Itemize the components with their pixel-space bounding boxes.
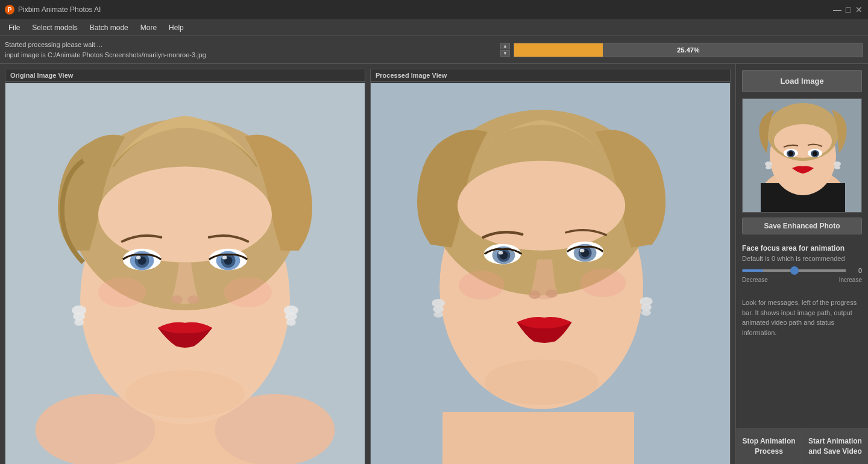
load-image-button[interactable]: Load Image [742, 70, 862, 92]
start-animation-button[interactable]: Start Animation and Save Video [802, 429, 868, 464]
svg-point-68 [765, 161, 772, 166]
original-portrait [5, 82, 365, 464]
face-focus-section: Face focus area for animation Default is… [736, 239, 868, 293]
main-content: Original Image View [0, 64, 868, 464]
bottom-buttons: Stop Animation Process Start Animation a… [736, 428, 868, 464]
thumbnail-container [742, 98, 862, 213]
svg-point-51 [433, 312, 443, 318]
svg-point-7 [98, 167, 272, 263]
svg-point-69 [766, 166, 772, 169]
status-line1: Started processing please wait ... [5, 40, 495, 50]
progress-bar: 25.47% [514, 43, 863, 57]
close-button[interactable]: ✕ [855, 5, 863, 14]
scroll-down-btn[interactable]: ▼ [500, 50, 510, 57]
minimize-button[interactable]: — [833, 5, 841, 14]
svg-point-61 [774, 124, 832, 158]
status-line2: input image is C:/Animate Photos Screens… [5, 50, 495, 60]
processed-panel-header: Processed Image View [371, 69, 730, 82]
svg-point-45 [529, 290, 541, 299]
status-text: Started processing please wait ... input… [5, 40, 495, 60]
right-sidebar: Load Image [735, 64, 868, 464]
svg-point-19 [187, 295, 200, 304]
slider-labels: Decrease Increase [742, 277, 862, 283]
progress-label: 25.47% [677, 46, 699, 54]
face-focus-title: Face focus area for animation [742, 244, 862, 252]
svg-point-47 [459, 271, 504, 299]
thumbnail-image [743, 99, 862, 213]
status-bar: Started processing please wait ... input… [0, 36, 868, 64]
menu-batch-mode[interactable]: Batch mode [84, 21, 134, 34]
menu-bar: File Select models Batch mode More Help [0, 19, 868, 36]
start-btn-line1: Start Animation [808, 437, 862, 445]
title-text: Pixbim Animate Photos AI [18, 5, 101, 14]
processed-panel: Processed Image View [370, 69, 731, 464]
svg-rect-31 [442, 412, 634, 464]
slider-increase-label: Increase [839, 277, 862, 283]
svg-point-27 [286, 319, 296, 326]
svg-point-20 [98, 277, 146, 307]
progress-container: ▲ ▼ 25.47% [500, 43, 863, 57]
stop-animation-button[interactable]: Stop Animation Process [736, 429, 802, 464]
svg-point-18 [171, 295, 183, 304]
svg-point-67 [813, 151, 817, 156]
svg-point-71 [834, 166, 840, 169]
stop-btn-line2: Process [755, 447, 783, 456]
maximize-button[interactable]: □ [844, 5, 852, 14]
panels-row: Original Image View [0, 64, 735, 464]
svg-point-21 [224, 277, 272, 307]
slider-decrease-label: Decrease [742, 277, 768, 283]
app-icon: P [5, 5, 14, 14]
image-panels: Original Image View [0, 64, 735, 464]
svg-point-70 [834, 161, 841, 166]
svg-point-44 [580, 249, 585, 252]
svg-point-39 [498, 251, 503, 255]
svg-point-54 [641, 310, 651, 316]
menu-more[interactable]: More [134, 21, 163, 34]
title-bar: P Pixbim Animate Photos AI — □ ✕ [0, 0, 868, 19]
progress-fill [514, 43, 603, 57]
face-focus-subtitle: Default is 0 which is recommended [742, 255, 862, 262]
save-photo-button[interactable]: Save Enhanced Photo [742, 218, 862, 234]
original-panel: Original Image View [5, 69, 365, 464]
start-btn-line2: and Save Video [808, 447, 861, 456]
face-focus-slider[interactable] [742, 269, 846, 272]
original-image-container [5, 82, 365, 464]
svg-point-12 [136, 256, 141, 260]
menu-select-models[interactable]: Select models [26, 21, 83, 34]
original-panel-header: Original Image View [5, 69, 365, 82]
slider-row: 0 [742, 267, 862, 274]
svg-point-17 [222, 256, 227, 260]
window-controls: — □ ✕ [833, 5, 863, 14]
scroll-up-btn[interactable]: ▲ [500, 43, 510, 49]
processed-image-container [371, 82, 730, 464]
svg-point-55 [485, 359, 599, 404]
processed-portrait [371, 82, 730, 464]
menu-help[interactable]: Help [163, 21, 190, 34]
stop-btn-line1: Stop Animation [742, 437, 795, 445]
svg-point-24 [74, 319, 84, 326]
slider-value: 0 [850, 267, 862, 274]
svg-point-64 [788, 151, 793, 156]
title-bar-left: P Pixbim Animate Photos AI [5, 5, 101, 14]
svg-point-28 [125, 370, 245, 418]
info-text: Look for messages, left of the progress … [736, 293, 868, 428]
menu-file[interactable]: File [2, 21, 26, 34]
svg-point-46 [546, 289, 558, 298]
svg-point-48 [580, 268, 626, 297]
scroll-buttons: ▲ ▼ [500, 43, 510, 57]
